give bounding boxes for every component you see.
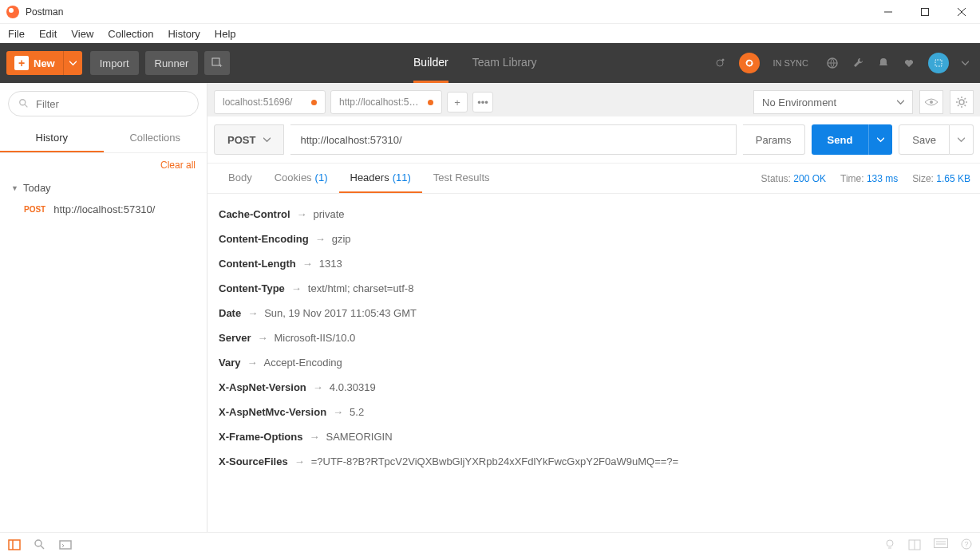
keyboard-icon[interactable] [934,538,948,551]
layout-toggle-icon[interactable] [908,538,921,551]
menu-collection[interactable]: Collection [108,28,153,40]
svg-point-19 [887,540,893,546]
avatar-dropdown-icon[interactable] [962,60,969,67]
window-close-button[interactable] [943,0,980,24]
sidebar-tab-collections[interactable]: Collections [104,124,207,152]
svg-rect-1 [922,8,929,15]
header-row: Content-Type→text/html; charset=utf-8 [219,276,969,301]
arrow-icon: → [297,208,307,220]
new-window-button[interactable]: + [204,51,230,75]
header-row: X-AspNetMvc-Version→5.2 [219,400,969,424]
new-button[interactable]: + New [6,51,63,75]
params-button[interactable]: Params [743,124,805,155]
request-tab-label: localhost:51696/ [223,97,303,108]
header-key: X-AspNet-Version [219,381,306,393]
add-tab-button[interactable]: + [447,92,468,112]
svg-rect-23 [935,538,948,547]
svg-text:?: ? [964,540,968,548]
tab-team-library[interactable]: Team Library [472,43,537,83]
history-item-url: http://localhost:57310/ [53,203,155,215]
header-row: X-Frame-Options→SAMEORIGIN [219,424,969,449]
runner-button[interactable]: Runner [145,51,199,75]
response-tab-cookies[interactable]: Cookies(1) [263,164,339,193]
menu-edit[interactable]: Edit [39,28,57,40]
url-input[interactable] [290,124,736,155]
menu-file[interactable]: File [8,28,25,40]
sidebar-toggle-icon[interactable] [8,538,21,551]
menu-history[interactable]: History [168,28,200,40]
header-row: Date→Sun, 19 Nov 2017 11:05:43 GMT [219,301,969,325]
header-value: 4.0.30319 [330,381,376,393]
svg-text:+: + [219,62,223,69]
bulb-icon[interactable] [884,538,895,551]
header-value: SAMEORIGIN [326,431,392,443]
globe-icon[interactable] [826,57,839,69]
save-button[interactable]: Save [899,124,950,155]
toolbar-right: IN SYNC [713,53,974,73]
arrow-icon: → [313,381,323,393]
menu-view[interactable]: View [71,28,93,40]
environment-preview-button[interactable] [919,90,943,114]
arrow-icon: → [247,307,258,319]
header-key: Date [219,307,241,319]
dirty-dot-icon [311,100,317,105]
header-key: Content-Length [219,258,296,270]
new-dropdown-button[interactable] [63,51,82,75]
new-button-label: New [34,57,55,69]
header-row: X-AspNet-Version→4.0.30319 [219,375,969,400]
header-value: Microsoft-IIS/10.0 [274,332,355,344]
sync-icon[interactable] [739,53,760,73]
time-label: Time: [840,173,864,184]
tab-builder[interactable]: Builder [413,43,449,83]
clear-all-link[interactable]: Clear all [0,153,207,177]
header-row: Content-Length→1313 [219,251,969,276]
save-dropdown-button[interactable] [950,124,974,155]
header-row: Vary→Accept-Encoding [219,350,969,375]
response-tab-test-results[interactable]: Test Results [422,164,501,193]
environment-settings-button[interactable] [950,90,974,114]
environment-select[interactable]: No Environment [753,90,913,114]
bell-icon[interactable] [877,57,890,69]
response-tab-headers[interactable]: Headers(11) [339,164,422,193]
chevron-down-icon [263,136,271,144]
arrow-icon: → [302,258,313,270]
chevron-down-icon: ▼ [11,184,18,192]
svg-point-7 [722,59,725,61]
svg-rect-14 [9,540,20,550]
satellite-icon[interactable] [713,57,726,69]
find-icon[interactable] [34,538,46,551]
send-button[interactable]: Send [812,124,869,155]
method-select[interactable]: POST [214,124,284,155]
heart-icon[interactable] [903,57,915,69]
history-item[interactable]: POST http://localhost:57310/ [0,199,207,220]
svg-point-6 [717,60,723,66]
sidebar-tab-history[interactable]: History [0,124,104,152]
menu-bar: File Edit View Collection History Help [0,24,980,43]
search-icon [18,98,30,109]
help-icon[interactable]: ? [961,538,972,551]
request-tab-1[interactable]: http://localhost:57310 [330,90,442,114]
history-group-today[interactable]: ▼ Today [0,177,207,199]
window-maximize-button[interactable] [907,0,943,24]
title-bar: Postman [0,0,980,24]
arrow-icon: → [294,455,305,467]
response-tab-body[interactable]: Body [217,164,263,193]
avatar-button[interactable] [928,53,949,73]
wrench-icon[interactable] [852,57,864,69]
time-value: 133 ms [867,173,898,184]
import-button[interactable]: Import [90,51,139,75]
filter-input[interactable] [36,98,188,110]
menu-help[interactable]: Help [215,28,236,40]
center-tabs: Builder Team Library [236,43,713,83]
response-tabs: Body Cookies(1) Headers(11) Test Results… [207,164,980,194]
window-minimize-button[interactable] [870,0,907,24]
tab-more-button[interactable]: ••• [472,92,493,112]
arrow-icon: → [257,332,267,344]
send-dropdown-button[interactable] [868,124,892,155]
header-key: X-Frame-Options [219,431,302,443]
console-icon[interactable] [59,538,72,551]
header-key: X-AspNetMvc-Version [219,406,326,418]
request-tab-0[interactable]: localhost:51696/ [214,90,326,114]
header-value: Accept-Encoding [263,357,342,369]
svg-point-12 [930,101,933,104]
